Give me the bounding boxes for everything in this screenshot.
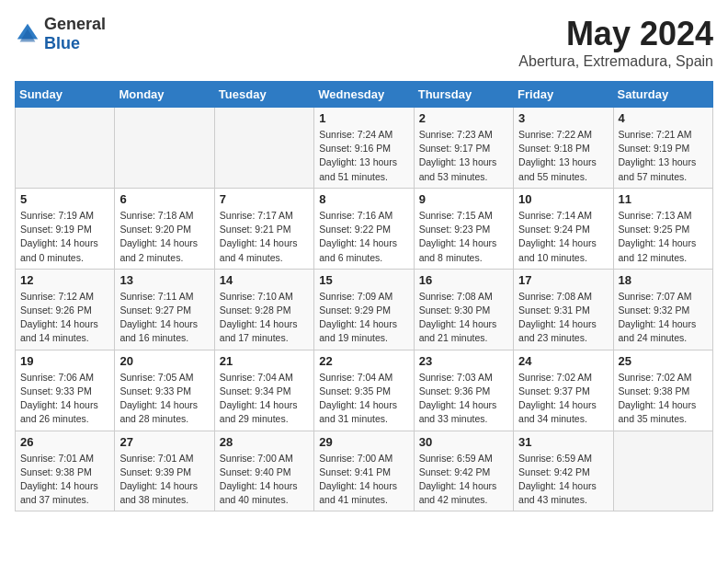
calendar-cell [16,108,115,189]
day-number: 16 [419,273,508,287]
day-info: Sunrise: 7:13 AMSunset: 9:25 PMDaylight:… [619,209,708,265]
day-number: 19 [20,354,109,368]
calendar-cell: 3Sunrise: 7:22 AMSunset: 9:18 PMDaylight… [514,108,613,189]
calendar-cell: 9Sunrise: 7:15 AMSunset: 9:23 PMDaylight… [414,188,513,269]
day-number: 12 [20,273,109,287]
day-info: Sunrise: 7:08 AMSunset: 9:30 PMDaylight:… [419,290,508,346]
calendar-cell: 4Sunrise: 7:21 AMSunset: 9:19 PMDaylight… [613,108,712,189]
day-number: 17 [518,273,608,287]
calendar-week-row: 12Sunrise: 7:12 AMSunset: 9:26 PMDayligh… [16,269,713,350]
calendar-cell: 6Sunrise: 7:18 AMSunset: 9:20 PMDaylight… [115,188,214,269]
day-info: Sunrise: 7:02 AMSunset: 9:37 PMDaylight:… [518,371,608,427]
calendar-cell: 30Sunrise: 6:59 AMSunset: 9:42 PMDayligh… [414,431,513,511]
day-number: 7 [220,192,309,206]
calendar-cell: 26Sunrise: 7:01 AMSunset: 9:38 PMDayligh… [16,431,115,511]
day-number: 30 [419,435,508,449]
calendar-cell: 21Sunrise: 7:04 AMSunset: 9:34 PMDayligh… [214,350,313,431]
calendar-cell: 27Sunrise: 7:01 AMSunset: 9:39 PMDayligh… [115,431,214,511]
weekday-header-monday: Monday [115,82,214,108]
day-number: 6 [119,192,209,206]
day-info: Sunrise: 7:03 AMSunset: 9:36 PMDaylight:… [419,371,508,427]
day-number: 2 [419,111,508,125]
day-number: 31 [518,435,608,449]
calendar-cell: 25Sunrise: 7:02 AMSunset: 9:38 PMDayligh… [613,350,712,431]
calendar-cell: 17Sunrise: 7:08 AMSunset: 9:31 PMDayligh… [514,269,613,350]
day-number: 21 [220,354,309,368]
day-number: 18 [619,273,708,287]
calendar-cell: 5Sunrise: 7:19 AMSunset: 9:19 PMDaylight… [16,188,115,269]
day-info: Sunrise: 7:04 AMSunset: 9:34 PMDaylight:… [220,371,309,427]
logo-icon [15,21,40,47]
day-number: 29 [319,435,408,449]
calendar-cell: 7Sunrise: 7:17 AMSunset: 9:21 PMDaylight… [214,188,313,269]
calendar-week-row: 1Sunrise: 7:24 AMSunset: 9:16 PMDaylight… [16,108,713,189]
weekday-header-wednesday: Wednesday [314,82,414,108]
location-title: Abertura, Extremadura, Spain [518,53,713,70]
calendar-cell: 24Sunrise: 7:02 AMSunset: 9:37 PMDayligh… [514,350,613,431]
calendar-cell: 31Sunrise: 6:59 AMSunset: 9:42 PMDayligh… [514,431,613,511]
weekday-header-saturday: Saturday [613,82,712,108]
logo-general-text: General [44,15,106,33]
day-info: Sunrise: 6:59 AMSunset: 9:42 PMDaylight:… [518,452,608,508]
calendar-cell: 13Sunrise: 7:11 AMSunset: 9:27 PMDayligh… [115,269,214,350]
day-number: 1 [319,111,408,125]
day-info: Sunrise: 7:10 AMSunset: 9:28 PMDaylight:… [220,290,309,346]
day-info: Sunrise: 7:18 AMSunset: 9:20 PMDaylight:… [119,209,209,265]
calendar-cell: 11Sunrise: 7:13 AMSunset: 9:25 PMDayligh… [613,188,712,269]
day-number: 26 [20,435,109,449]
day-number: 25 [619,354,708,368]
day-info: Sunrise: 7:05 AMSunset: 9:33 PMDaylight:… [119,371,209,427]
day-info: Sunrise: 7:08 AMSunset: 9:31 PMDaylight:… [518,290,608,346]
month-title: May 2024 [518,15,713,53]
calendar-cell: 8Sunrise: 7:16 AMSunset: 9:22 PMDaylight… [314,188,414,269]
weekday-header-thursday: Thursday [414,82,513,108]
calendar-week-row: 26Sunrise: 7:01 AMSunset: 9:38 PMDayligh… [16,431,713,511]
day-info: Sunrise: 7:16 AMSunset: 9:22 PMDaylight:… [319,209,408,265]
calendar-week-row: 19Sunrise: 7:06 AMSunset: 9:33 PMDayligh… [16,350,713,431]
weekday-header-row: SundayMondayTuesdayWednesdayThursdayFrid… [16,82,713,108]
weekday-header-tuesday: Tuesday [214,82,313,108]
day-info: Sunrise: 7:02 AMSunset: 9:38 PMDaylight:… [619,371,708,427]
day-info: Sunrise: 7:21 AMSunset: 9:19 PMDaylight:… [619,128,708,184]
day-number: 28 [220,435,309,449]
day-number: 9 [419,192,508,206]
day-number: 5 [20,192,109,206]
calendar-cell: 19Sunrise: 7:06 AMSunset: 9:33 PMDayligh… [16,350,115,431]
day-info: Sunrise: 7:12 AMSunset: 9:26 PMDaylight:… [20,290,109,346]
day-info: Sunrise: 7:22 AMSunset: 9:18 PMDaylight:… [518,128,608,184]
weekday-header-friday: Friday [514,82,613,108]
day-info: Sunrise: 7:19 AMSunset: 9:19 PMDaylight:… [20,209,109,265]
calendar-cell: 12Sunrise: 7:12 AMSunset: 9:26 PMDayligh… [16,269,115,350]
weekday-header-sunday: Sunday [16,82,115,108]
day-info: Sunrise: 7:11 AMSunset: 9:27 PMDaylight:… [119,290,209,346]
day-number: 20 [119,354,209,368]
day-number: 27 [119,435,209,449]
calendar-cell [214,108,313,189]
calendar-cell: 14Sunrise: 7:10 AMSunset: 9:28 PMDayligh… [214,269,313,350]
day-info: Sunrise: 7:09 AMSunset: 9:29 PMDaylight:… [319,290,408,346]
calendar-cell: 10Sunrise: 7:14 AMSunset: 9:24 PMDayligh… [514,188,613,269]
calendar-cell: 1Sunrise: 7:24 AMSunset: 9:16 PMDaylight… [314,108,414,189]
calendar-cell [613,431,712,511]
calendar-week-row: 5Sunrise: 7:19 AMSunset: 9:19 PMDaylight… [16,188,713,269]
day-info: Sunrise: 7:07 AMSunset: 9:32 PMDaylight:… [619,290,708,346]
day-info: Sunrise: 7:01 AMSunset: 9:39 PMDaylight:… [119,452,209,508]
page-header: General Blue May 2024 Abertura, Extremad… [15,15,713,70]
day-number: 14 [220,273,309,287]
day-number: 4 [619,111,708,125]
day-info: Sunrise: 7:04 AMSunset: 9:35 PMDaylight:… [319,371,408,427]
day-info: Sunrise: 7:14 AMSunset: 9:24 PMDaylight:… [518,209,608,265]
day-number: 24 [518,354,608,368]
calendar-cell: 29Sunrise: 7:00 AMSunset: 9:41 PMDayligh… [314,431,414,511]
day-number: 15 [319,273,408,287]
day-info: Sunrise: 7:23 AMSunset: 9:17 PMDaylight:… [419,128,508,184]
day-info: Sunrise: 7:01 AMSunset: 9:38 PMDaylight:… [20,452,109,508]
calendar-cell: 2Sunrise: 7:23 AMSunset: 9:17 PMDaylight… [414,108,513,189]
day-number: 3 [518,111,608,125]
day-info: Sunrise: 7:17 AMSunset: 9:21 PMDaylight:… [220,209,309,265]
calendar-cell: 28Sunrise: 7:00 AMSunset: 9:40 PMDayligh… [214,431,313,511]
day-info: Sunrise: 6:59 AMSunset: 9:42 PMDaylight:… [419,452,508,508]
logo: General Blue [15,15,106,53]
calendar-cell: 16Sunrise: 7:08 AMSunset: 9:30 PMDayligh… [414,269,513,350]
calendar-cell: 18Sunrise: 7:07 AMSunset: 9:32 PMDayligh… [613,269,712,350]
